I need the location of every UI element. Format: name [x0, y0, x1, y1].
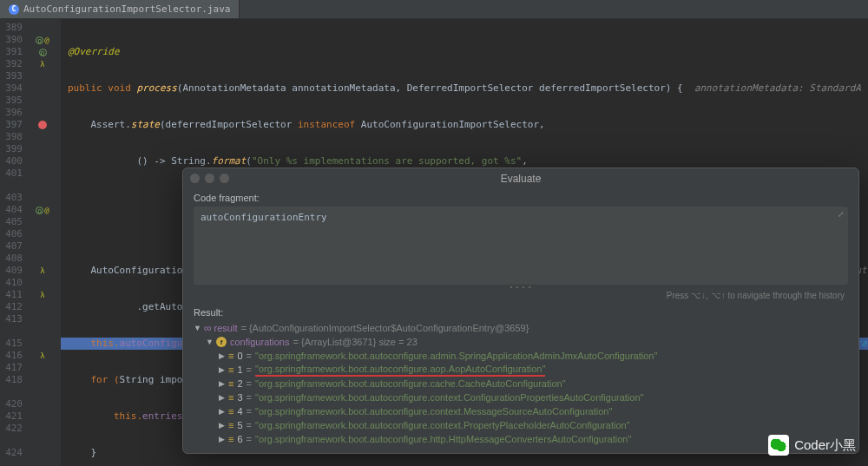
fragment-text: autoConfigurationEntry [201, 212, 327, 223]
expand-icon[interactable]: ▶ [218, 393, 225, 402]
tree-row[interactable]: ▼ f configurations = {ArrayList@3671} si… [194, 335, 848, 349]
minimize-icon[interactable] [205, 174, 214, 183]
dialog-title: Evaluate [501, 173, 542, 185]
expand-icon[interactable]: ▶ [218, 365, 225, 374]
tree-index: 6 [237, 434, 242, 444]
dialog-titlebar[interactable]: Evaluate [183, 168, 858, 189]
tree-row[interactable]: ▶≡6 = "org.springframework.boot.autoconf… [194, 432, 848, 446]
tree-value: "org.springframework.boot.autoconfigure.… [255, 364, 545, 377]
wechat-icon [768, 435, 789, 456]
tree-row[interactable]: ▶≡5 = "org.springframework.boot.autoconf… [194, 418, 848, 432]
element-icon: ≡ [228, 392, 233, 403]
collapse-icon[interactable]: ▼ [194, 324, 201, 332]
expand-icon[interactable]: ▶ [218, 421, 225, 430]
breakpoint-icon[interactable] [38, 121, 47, 129]
tree-index: 1 [237, 364, 242, 375]
lambda-icon: λ [40, 289, 44, 301]
tree-row[interactable]: ▶≡2 = "org.springframework.boot.autoconf… [194, 377, 848, 391]
tree-value: "org.springframework.boot.autoconfigure.… [255, 420, 630, 430]
maximize-icon[interactable] [220, 174, 229, 183]
element-icon: ≡ [228, 434, 233, 444]
tab-bar: C AutoConfigurationImportSelector.java [0, 0, 868, 19]
result-tree[interactable]: ▼ ∞ result = {AutoConfigurationImportSel… [194, 321, 848, 446]
watermark: Coder小黑 [768, 435, 856, 456]
tree-row[interactable]: ▶≡0 = "org.springframework.boot.autoconf… [194, 349, 848, 363]
lambda-icon: λ [40, 265, 44, 277]
gutter: 389 390@ 391 392λ 393 394 395 396 397 39… [0, 19, 61, 466]
evaluate-dialog: Evaluate Code fragment: autoConfiguratio… [182, 167, 859, 454]
override-icon[interactable] [36, 207, 43, 214]
element-icon: ≡ [228, 420, 233, 430]
collapse-icon[interactable]: ▼ [206, 338, 213, 346]
expand-icon[interactable]: ▶ [218, 379, 225, 388]
tree-row[interactable]: ▶≡1 = "org.springframework.boot.autoconf… [194, 363, 848, 377]
tree-index: 0 [237, 351, 242, 361]
tree-row[interactable]: ▶≡3 = "org.springframework.boot.autoconf… [194, 391, 848, 404]
tree-index: 2 [237, 378, 242, 389]
lambda-icon: λ [40, 350, 44, 362]
tree-value: "org.springframework.boot.autoconfigure.… [255, 434, 631, 444]
expand-icon[interactable]: ▶ [218, 407, 225, 416]
element-icon: ≡ [228, 378, 233, 389]
fragment-label: Code fragment: [183, 189, 858, 205]
class-file-icon: C [9, 4, 19, 15]
expand-icon[interactable]: ⤢ [838, 210, 845, 219]
override-icon[interactable] [36, 36, 43, 44]
tree-value: "org.springframework.boot.autoconfigure.… [255, 378, 566, 389]
override-icon[interactable] [39, 49, 47, 56]
tree-value: "org.springframework.boot.autoconfigure.… [255, 351, 657, 361]
close-icon[interactable] [190, 174, 200, 183]
tree-row[interactable]: ▶≡4 = "org.springframework.boot.autoconf… [194, 404, 848, 418]
impl-icon: @ [44, 34, 49, 46]
editor-tab[interactable]: C AutoConfigurationImportSelector.java [0, 0, 240, 18]
impl-icon: @ [44, 204, 49, 216]
result-label: Result: [183, 304, 858, 319]
tree-index: 5 [237, 420, 242, 430]
tree-value: "org.springframework.boot.autoconfigure.… [255, 392, 643, 403]
tab-filename: AutoConfigurationImportSelector.java [23, 3, 230, 15]
tree-index: 3 [237, 392, 242, 403]
tree-index: 4 [237, 406, 242, 417]
code-fragment-input[interactable]: autoConfigurationEntry ⤢ [194, 207, 848, 285]
field-icon: f [216, 337, 227, 347]
element-icon: ≡ [228, 351, 233, 361]
element-icon: ≡ [228, 406, 233, 417]
tree-row[interactable]: ▼ ∞ result = {AutoConfigurationImportSel… [194, 321, 848, 335]
history-hint: Press ⌥↓, ⌥↑ to navigate through the his… [183, 291, 858, 304]
lambda-icon: λ [40, 58, 44, 70]
tree-value: "org.springframework.boot.autoconfigure.… [255, 406, 612, 417]
element-icon: ≡ [228, 364, 233, 375]
expand-icon[interactable]: ▶ [218, 435, 225, 443]
expand-icon[interactable]: ▶ [218, 351, 225, 360]
watch-icon: ∞ [204, 322, 211, 334]
